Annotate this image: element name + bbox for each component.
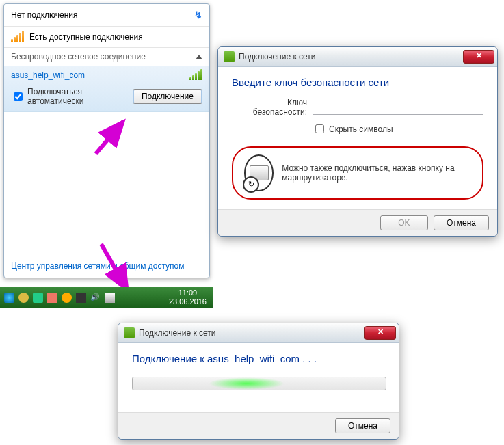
- chevron-up-icon: [196, 55, 202, 59]
- progress-titlebar[interactable]: Подключение к сети ✕: [118, 323, 399, 343]
- tray-volume-icon[interactable]: 🔊: [90, 293, 101, 303]
- dialog-button-bar: OK Отмена: [218, 209, 497, 236]
- wireless-section-header[interactable]: Беспроводное сетевое соединение: [4, 48, 209, 66]
- tray-power-icon[interactable]: [76, 293, 86, 303]
- flyout-status-row: Есть доступные подключения: [4, 27, 209, 48]
- tray-icon-2[interactable]: [18, 293, 29, 303]
- dialog-body: Введите ключ безопасности сети Ключ безо…: [218, 67, 497, 209]
- tray-icon-4[interactable]: [47, 293, 57, 303]
- hide-chars-checkbox[interactable]: [315, 124, 324, 133]
- taskbar-clock[interactable]: 11:09 23.06.2016: [169, 288, 209, 306]
- flyout-spacer: [4, 112, 209, 254]
- available-networks-label: Есть доступные подключения: [29, 32, 143, 42]
- network-icon: [124, 327, 135, 338]
- cancel-button[interactable]: Отмена: [335, 418, 390, 433]
- flyout-header: Нет подключения ↯: [4, 4, 209, 27]
- progress-title: Подключение к сети: [139, 328, 360, 338]
- auto-connect-checkbox[interactable]: Подключаться автоматически: [11, 87, 133, 106]
- close-button[interactable]: ✕: [463, 50, 494, 64]
- signal-strength-icon: [189, 70, 202, 80]
- router-icon: ↻: [244, 154, 274, 191]
- taskbar[interactable]: 🔊 11:09 23.06.2016: [0, 287, 213, 308]
- tray-shield-icon[interactable]: [4, 293, 14, 303]
- security-key-input[interactable]: [313, 100, 483, 115]
- network-item[interactable]: asus_help_wifi_com Подключаться автомати…: [4, 66, 209, 112]
- progress-bar: [132, 377, 386, 390]
- router-hint-text: Можно также подключиться, нажав кнопку н…: [282, 163, 471, 183]
- signal-icon: [11, 32, 24, 42]
- system-tray: 🔊: [4, 293, 115, 303]
- router-hint-box: ↻ Можно также подключиться, нажав кнопку…: [232, 146, 483, 200]
- security-key-dialog: Подключение к сети ✕ Введите ключ безопа…: [217, 46, 498, 237]
- network-icon: [224, 51, 235, 62]
- security-key-label: Ключ безопасности:: [232, 98, 307, 117]
- network-center-link[interactable]: Центр управления сетями и общим доступом: [4, 254, 209, 278]
- progress-body: Подключение к asus_help_wifi_com . . .: [118, 343, 399, 412]
- dialog-heading: Введите ключ безопасности сети: [232, 77, 483, 88]
- close-button[interactable]: ✕: [364, 326, 396, 340]
- ok-button[interactable]: OK: [380, 215, 428, 230]
- dialog-title: Подключение к сети: [239, 52, 459, 62]
- dialog-titlebar[interactable]: Подключение к сети ✕: [218, 47, 497, 67]
- network-flyout: Нет подключения ↯ Есть доступные подключ…: [3, 3, 210, 278]
- tray-icon-3[interactable]: [33, 293, 43, 303]
- tray-icon-5[interactable]: [62, 293, 72, 303]
- progress-dialog: Подключение к сети ✕ Подключение к asus_…: [118, 323, 399, 440]
- tray-network-icon[interactable]: [105, 293, 115, 303]
- wireless-section-label: Беспроводное сетевое соединение: [11, 52, 146, 62]
- connect-button[interactable]: Подключение: [133, 89, 202, 104]
- auto-connect-input[interactable]: [14, 92, 23, 101]
- network-name: asus_help_wifi_com: [11, 70, 85, 80]
- no-connection-label: Нет подключения: [11, 10, 78, 20]
- refresh-icon[interactable]: ↯: [194, 10, 202, 21]
- progress-button-bar: Отмена: [118, 412, 399, 439]
- clock-date: 23.06.2016: [169, 297, 207, 306]
- auto-connect-label: Подключаться автоматически: [27, 87, 133, 106]
- progress-message: Подключение к asus_help_wifi_com . . .: [132, 353, 385, 364]
- clock-time: 11:09: [169, 288, 207, 297]
- hide-chars-label: Скрыть символы: [329, 124, 393, 134]
- cancel-button[interactable]: Отмена: [434, 215, 489, 230]
